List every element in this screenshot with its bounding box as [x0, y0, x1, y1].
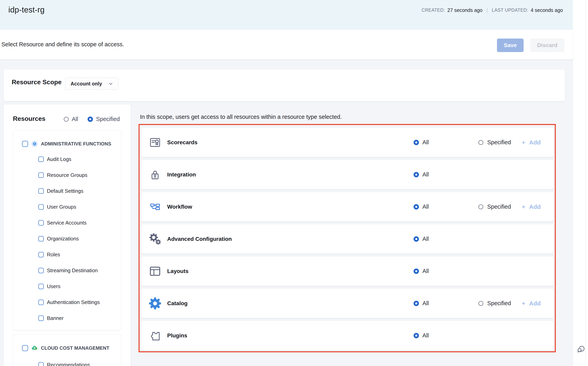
- radio-all[interactable]: [414, 204, 419, 209]
- resource-type-icon: [149, 224, 162, 253]
- resource-type-row: Catalog All Specified + Add: [141, 289, 554, 318]
- resource-scope-value: Account only: [70, 81, 107, 87]
- radio-label: Specified: [96, 116, 120, 122]
- radio-all[interactable]: [414, 333, 419, 338]
- created-value: 27 seconds ago: [448, 7, 483, 13]
- discard-button[interactable]: Discard: [530, 38, 564, 52]
- resource-type-rows: Scorecards All Specified + Add Integrati…: [141, 128, 554, 353]
- resource-scope-card: Resource Scope Account only: [4, 69, 565, 101]
- resource-item: Audit Logs: [13, 151, 121, 167]
- page-title: idp-test-rg: [8, 5, 45, 14]
- item-label: Streaming Destination: [47, 267, 98, 274]
- item-checkbox[interactable]: [38, 157, 44, 162]
- item-checkbox[interactable]: [38, 188, 44, 194]
- item-checkbox[interactable]: [38, 268, 44, 273]
- item-checkbox[interactable]: [38, 284, 44, 289]
- radio-all-label[interactable]: All: [422, 289, 429, 318]
- radio-all[interactable]: [414, 301, 419, 306]
- resource-item: Service Accounts: [13, 215, 121, 231]
- radio-all[interactable]: [414, 269, 419, 274]
- scrollbar-track: [585, 0, 586, 366]
- resource-item: Banner: [13, 310, 121, 326]
- resource-type-label: Workflow: [167, 192, 192, 221]
- radio-all-label[interactable]: All: [422, 321, 429, 350]
- resource-item: Authentication Settings: [13, 294, 121, 310]
- add-button[interactable]: + Add: [522, 289, 541, 318]
- resource-item: Recommendations: [13, 357, 121, 366]
- add-button[interactable]: + Add: [522, 192, 541, 221]
- group-items: Recommendations: [13, 357, 121, 366]
- resource-type-icon: [149, 128, 162, 157]
- resource-item: Resource Groups: [13, 167, 121, 183]
- radio-specified-label[interactable]: Specified: [487, 289, 511, 318]
- radio-all-label[interactable]: All: [422, 224, 429, 253]
- resource-item: Roles: [13, 247, 121, 262]
- resources-filter-option[interactable]: All: [64, 116, 78, 122]
- radio-all-label[interactable]: All: [422, 257, 429, 286]
- radio-specified-label[interactable]: Specified: [487, 128, 511, 157]
- radio-specified-label[interactable]: Specified: [487, 192, 511, 221]
- item-checkbox[interactable]: [38, 316, 44, 321]
- resources-title: Resources: [13, 115, 46, 122]
- radio-all-label[interactable]: All: [422, 160, 429, 189]
- item-label: Resource Groups: [47, 172, 87, 178]
- item-checkbox[interactable]: [38, 204, 44, 210]
- item-checkbox[interactable]: [38, 300, 44, 305]
- resource-group-card: $ CLOUD COST MANAGEMENT Recommendations: [13, 334, 121, 366]
- item-label: Recommendations: [47, 362, 90, 366]
- group-checkbox[interactable]: [22, 345, 28, 351]
- page-header: idp-test-rg CREATED: 27 seconds ago | LA…: [0, 0, 573, 29]
- resource-scope-dropdown[interactable]: Account only: [65, 78, 118, 90]
- item-checkbox[interactable]: [38, 220, 44, 226]
- resource-type-label: Catalog: [167, 289, 188, 318]
- radio-specified[interactable]: [479, 140, 483, 145]
- save-button[interactable]: Save: [497, 38, 524, 52]
- updated-label: LAST UPDATED:: [492, 8, 528, 13]
- item-checkbox[interactable]: [38, 362, 44, 366]
- radio-label: All: [72, 116, 78, 122]
- resource-item: Users: [13, 278, 121, 294]
- radio-all-label[interactable]: All: [422, 192, 429, 221]
- item-label: Authentication Settings: [47, 299, 100, 305]
- scope-description: In this scope, users get access to all r…: [140, 114, 342, 120]
- radio-all[interactable]: [414, 236, 419, 242]
- radio-specified[interactable]: [479, 301, 483, 306]
- created-label: CREATED:: [422, 8, 445, 13]
- item-label: Banner: [47, 315, 64, 321]
- item-label: Roles: [47, 252, 60, 258]
- group-icon: [31, 141, 38, 147]
- item-label: Service Accounts: [47, 220, 86, 226]
- toolbar-description: Select Resource and define its scope of …: [1, 29, 124, 59]
- resources-filter-option[interactable]: Specified: [88, 116, 120, 122]
- item-checkbox[interactable]: [38, 172, 44, 178]
- svg-text:$: $: [34, 346, 35, 350]
- resource-type-label: Plugins: [167, 321, 187, 350]
- item-checkbox[interactable]: [38, 236, 44, 241]
- resource-type-label: Advanced Configuration: [167, 224, 232, 253]
- resource-item: User Groups: [13, 199, 121, 215]
- resource-type-label: Layouts: [167, 257, 188, 286]
- chevron-down-icon: [108, 81, 113, 86]
- item-label: Users: [47, 283, 61, 290]
- radio-specified[interactable]: [479, 205, 483, 209]
- meta-separator: |: [487, 7, 488, 13]
- resource-item: Organizations: [13, 231, 121, 247]
- radio-all[interactable]: [414, 140, 419, 145]
- radio-all[interactable]: [414, 172, 419, 177]
- radio-button[interactable]: [88, 117, 93, 122]
- resource-type-icon: [149, 257, 162, 286]
- resource-type-row: Workflow All Specified + Add: [141, 192, 554, 221]
- resource-scope-label: Resource Scope: [12, 78, 62, 86]
- resource-item: Streaming Destination: [13, 262, 121, 278]
- resource-type-icon: [149, 192, 162, 221]
- group-items: Audit Logs Resource Groups Default Setti…: [13, 151, 121, 326]
- item-checkbox[interactable]: [38, 252, 44, 257]
- resource-type-icon: [149, 321, 162, 350]
- radio-all-label[interactable]: All: [422, 128, 429, 157]
- radio-button[interactable]: [64, 117, 69, 122]
- resource-type-label: Integration: [167, 160, 196, 189]
- chat-icon[interactable]: [577, 346, 585, 353]
- group-checkbox[interactable]: [22, 141, 28, 147]
- resource-type-row: Advanced Configuration All: [141, 224, 554, 253]
- add-button[interactable]: + Add: [522, 128, 541, 157]
